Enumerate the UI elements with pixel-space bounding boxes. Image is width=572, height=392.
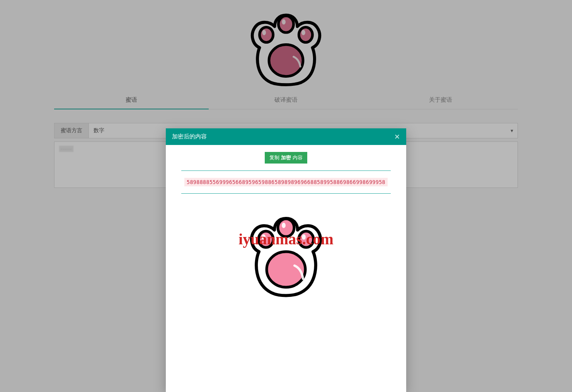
copy-btn-prefix: 复制	[269, 155, 279, 160]
svg-point-7	[259, 231, 273, 247]
cipher-text: 5898888556999656689596598865898989696688…	[184, 178, 388, 186]
modal-logo-wrap: iyuanmas.com	[174, 203, 398, 302]
divider-bottom	[181, 193, 391, 194]
copy-btn-suffix: 内容	[293, 155, 303, 160]
svg-point-8	[278, 219, 294, 237]
svg-point-13	[302, 234, 306, 240]
divider-top	[181, 170, 391, 171]
copy-btn-mid: 加密	[281, 155, 291, 160]
modal-title: 加密后的内容	[172, 133, 207, 140]
paw-logo-modal-icon	[236, 203, 336, 302]
svg-point-9	[299, 231, 313, 247]
page-root: 蜜语 破译蜜语 关于蜜语 蜜语方言 数字 ▼ ······ 加密后的内容 ✕ 复…	[0, 0, 572, 392]
cipher-modal: 加密后的内容 ✕ 复制 加密 内容 5898888556999656689596…	[166, 128, 406, 392]
close-icon[interactable]: ✕	[394, 133, 400, 140]
modal-body: 复制 加密 内容 5898888556999656689596598865898…	[166, 145, 406, 392]
modal-header: 加密后的内容 ✕	[166, 128, 406, 145]
svg-point-11	[262, 234, 266, 240]
modal-overlay[interactable]: 加密后的内容 ✕ 复制 加密 内容 5898888556999656689596…	[0, 0, 572, 392]
svg-point-12	[282, 223, 286, 228]
copy-cipher-button[interactable]: 复制 加密 内容	[265, 152, 307, 164]
